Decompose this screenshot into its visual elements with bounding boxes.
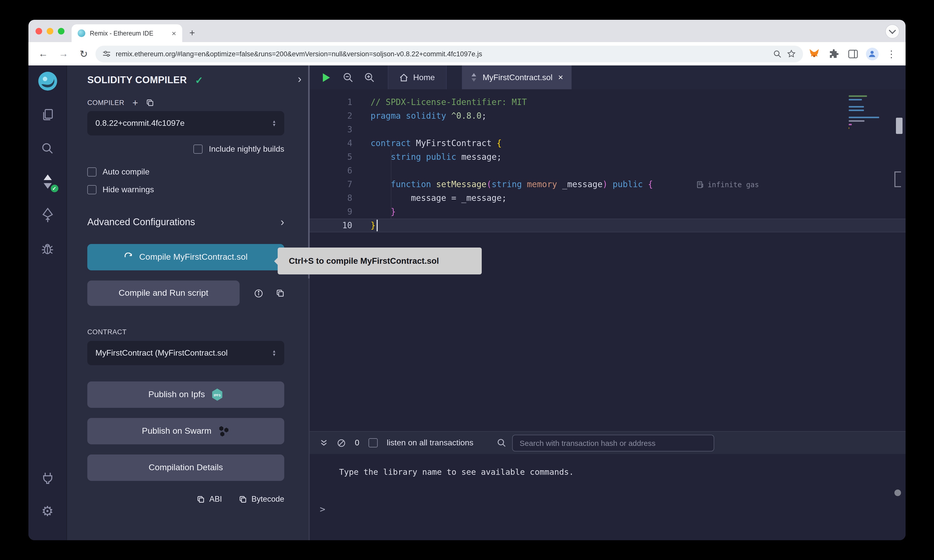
editor-scrollbar-thumb[interactable] (896, 118, 903, 134)
bookmark-star-icon[interactable] (787, 49, 796, 58)
terminal-prompt: > (320, 504, 325, 514)
minimap[interactable] (849, 95, 881, 131)
tab-file-close-icon[interactable]: × (558, 72, 563, 82)
select-stepper-icon: ▲▼ (272, 120, 276, 127)
tab-file-label: MyFirstContract.sol (482, 73, 553, 82)
back-button[interactable]: ← (34, 45, 52, 62)
code-line: 8 message = _message; (310, 191, 906, 205)
advanced-configurations-label: Advanced Configurations (87, 217, 195, 228)
file-explorer-icon[interactable] (36, 103, 59, 126)
new-tab-button[interactable]: + (190, 28, 195, 38)
advanced-configurations[interactable]: Advanced Configurations › (87, 215, 284, 229)
copy-bytecode-button[interactable]: Bytecode (239, 495, 284, 504)
compile-button[interactable]: Compile MyFirstContract.sol (87, 244, 284, 270)
tab-search-button[interactable] (885, 25, 900, 38)
code-line: 2pragma solidity ^0.8.0; (310, 109, 906, 123)
terminal-collapse-icon[interactable] (320, 439, 328, 447)
copy-icon[interactable] (276, 289, 284, 297)
hide-warnings-label: Hide warnings (103, 185, 154, 194)
code-text: string public message; (371, 150, 502, 164)
run-helper-icons (254, 289, 284, 297)
auto-compile-checkbox[interactable] (87, 168, 96, 177)
code-area: 1// SPDX-License-Identifier: MIT2pragma … (310, 95, 906, 232)
tab-myfirstcontract[interactable]: MyFirstContract.sol × (462, 65, 572, 89)
overview-ruler-mark (894, 171, 901, 187)
terminal-search-input[interactable] (512, 434, 714, 451)
browser-tab-title: Remix - Ethereum IDE (90, 30, 167, 37)
copy-compiler-icon[interactable] (146, 99, 154, 106)
browser-toolbar: ← → ↻ remix.ethereum.org/#lang=en&optimi… (28, 42, 906, 65)
remix-app: ✓ (28, 65, 906, 540)
side-panel-icon[interactable] (845, 46, 861, 62)
browser-window: Remix - Ethereum IDE × + ← → ↻ remix.eth… (28, 20, 906, 540)
settings-gear-icon[interactable]: ⚙ (36, 500, 59, 523)
zoom-icon[interactable] (773, 49, 782, 58)
publish-swarm-button[interactable]: Publish on Swarm (87, 418, 284, 445)
icon-rail: ✓ (28, 65, 67, 540)
compiler-version-select[interactable]: 0.8.22+commit.4fc1097e ▲▼ (87, 111, 284, 135)
compilation-details-button[interactable]: Compilation Details (87, 454, 284, 481)
run-script-play-icon[interactable] (316, 65, 337, 89)
menu-dots-icon[interactable]: ⋮ (883, 46, 900, 62)
publish-ipfs-button[interactable]: Publish on Ipfs IPFS (87, 382, 284, 408)
zoom-out-icon[interactable] (337, 65, 358, 89)
refresh-icon (124, 252, 133, 262)
terminal-output[interactable]: Type the library name to see available c… (310, 454, 906, 540)
minimap-line (849, 99, 862, 100)
compile-shortcut-tooltip: Ctrl+S to compile MyFirstContract.sol (277, 248, 482, 274)
reload-button[interactable]: ↻ (75, 45, 92, 62)
minimap-line (849, 117, 879, 118)
contract-select[interactable]: MyFirstContract (MyFirstContract.sol ▲▼ (87, 341, 284, 365)
code-line: 6 (310, 164, 906, 177)
debugger-icon[interactable] (36, 237, 59, 260)
compiler-label: COMPILER (87, 99, 124, 106)
remix-logo-icon[interactable] (36, 69, 59, 93)
profile-icon[interactable] (864, 46, 880, 62)
terminal-intro-text: Type the library name to see available c… (339, 467, 574, 477)
add-compiler-icon[interactable]: + (133, 99, 138, 106)
forward-button[interactable]: → (55, 45, 72, 62)
chevron-right-icon: › (281, 215, 284, 229)
panel-expand-chevron-icon[interactable]: › (298, 74, 302, 85)
site-settings-icon[interactable] (103, 50, 111, 58)
minimap-line (849, 124, 852, 125)
solidity-compiler-icon[interactable]: ✓ (36, 170, 59, 193)
ipfs-badge-icon: IPFS (211, 388, 223, 401)
clear-console-icon[interactable] (337, 438, 346, 447)
listen-transactions-checkbox[interactable] (368, 438, 378, 448)
home-icon (399, 73, 408, 82)
url-text: remix.ethereum.org/#lang=en&optimize=fal… (116, 50, 768, 58)
line-number: 4 (310, 137, 352, 150)
window-zoom-button[interactable] (58, 28, 65, 34)
copy-abi-button[interactable]: ABI (197, 495, 222, 504)
compiler-version-value: 0.8.22+commit.4fc1097e (96, 119, 185, 128)
zoom-in-icon[interactable] (358, 65, 380, 89)
nightly-builds-checkbox[interactable] (194, 145, 203, 154)
line-number: 7 (310, 177, 352, 191)
address-bar[interactable]: remix.ethereum.org/#lang=en&optimize=fal… (96, 45, 803, 62)
search-icon[interactable] (36, 137, 59, 160)
window-close-button[interactable] (35, 28, 42, 34)
plugin-manager-icon[interactable] (36, 466, 59, 489)
indent-guide (391, 164, 391, 177)
tab-close-icon[interactable]: × (171, 29, 176, 37)
extensions-icon[interactable] (825, 46, 842, 62)
screen: Remix - Ethereum IDE × + ← → ↻ remix.eth… (0, 0, 934, 560)
line-number: 1 (310, 95, 352, 109)
terminal-scrollbar-thumb[interactable] (894, 489, 901, 496)
info-icon[interactable] (254, 289, 263, 297)
terminal-toolbar: 0 listen on all transactions (310, 431, 906, 454)
code-text: } (371, 218, 376, 232)
window-minimize-button[interactable] (47, 28, 53, 34)
metamask-icon[interactable] (806, 46, 822, 62)
minimap-line (849, 106, 864, 108)
nightly-builds-label: Include nightly builds (209, 145, 284, 154)
hide-warnings-checkbox[interactable] (87, 185, 96, 194)
browser-tab[interactable]: Remix - Ethereum IDE × (72, 25, 182, 42)
line-number: 8 (310, 191, 352, 205)
compile-and-run-button[interactable]: Compile and Run script (87, 280, 240, 306)
tab-home[interactable]: Home (388, 65, 447, 89)
abi-bytecode-row: ABI Bytecode (87, 495, 284, 513)
window-controls (28, 28, 72, 34)
deploy-run-icon[interactable] (36, 203, 59, 227)
